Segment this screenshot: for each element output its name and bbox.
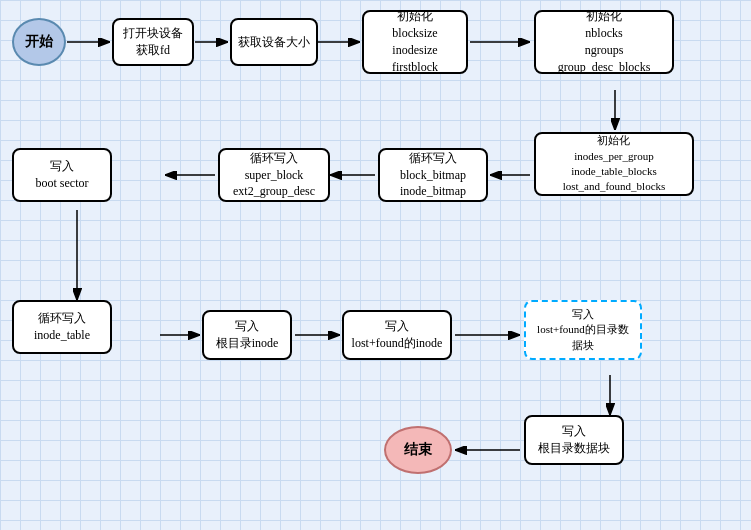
init3-node: 初始化 inodes_per_group inode_table_blocks … xyxy=(534,132,694,196)
open-device-node: 打开块设备 获取fd xyxy=(112,18,194,66)
write-super-block-label: 循环写入 super_block ext2_group_desc xyxy=(233,150,315,200)
diagram: 开始 打开块设备 获取fd 获取设备大小 初始化 blocksize inode… xyxy=(0,0,751,530)
write-lost-found-inode-node: 写入 lost+found的inode xyxy=(342,310,452,360)
write-lost-found-dir-node: 写入 lost+found的目录数 据块 xyxy=(524,300,642,360)
write-root-inode-node: 写入 根目录inode xyxy=(202,310,292,360)
start-node: 开始 xyxy=(12,18,66,66)
write-root-dir-label: 写入 根目录数据块 xyxy=(538,423,610,457)
write-root-dir-node: 写入 根目录数据块 xyxy=(524,415,624,465)
arrows-layer xyxy=(0,0,751,530)
write-block-bitmap-node: 循环写入 block_bitmap inode_bitmap xyxy=(378,148,488,202)
start-label: 开始 xyxy=(25,32,53,52)
end-label: 结束 xyxy=(404,440,432,460)
write-inode-table-node: 循环写入 inode_table xyxy=(12,300,112,354)
init2-node: 初始化 nblocks ngroups group_desc_blocks xyxy=(534,10,674,74)
get-size-node: 获取设备大小 xyxy=(230,18,318,66)
write-boot-node: 写入 boot sector xyxy=(12,148,112,202)
write-boot-label: 写入 boot sector xyxy=(36,158,89,192)
write-root-inode-label: 写入 根目录inode xyxy=(216,318,279,352)
write-super-block-node: 循环写入 super_block ext2_group_desc xyxy=(218,148,330,202)
write-block-bitmap-label: 循环写入 block_bitmap inode_bitmap xyxy=(400,150,466,200)
init3-label: 初始化 inodes_per_group inode_table_blocks … xyxy=(563,133,666,195)
init1-node: 初始化 blocksize inodesize firstblock xyxy=(362,10,468,74)
open-device-label: 打开块设备 获取fd xyxy=(123,25,183,59)
end-node: 结束 xyxy=(384,426,452,474)
get-size-label: 获取设备大小 xyxy=(238,34,310,51)
write-lost-found-inode-label: 写入 lost+found的inode xyxy=(352,318,443,352)
write-inode-table-label: 循环写入 inode_table xyxy=(34,310,90,344)
init2-label: 初始化 nblocks ngroups group_desc_blocks xyxy=(558,8,651,75)
write-lost-found-dir-label: 写入 lost+found的目录数 据块 xyxy=(537,307,629,353)
init1-label: 初始化 blocksize inodesize firstblock xyxy=(392,8,438,75)
